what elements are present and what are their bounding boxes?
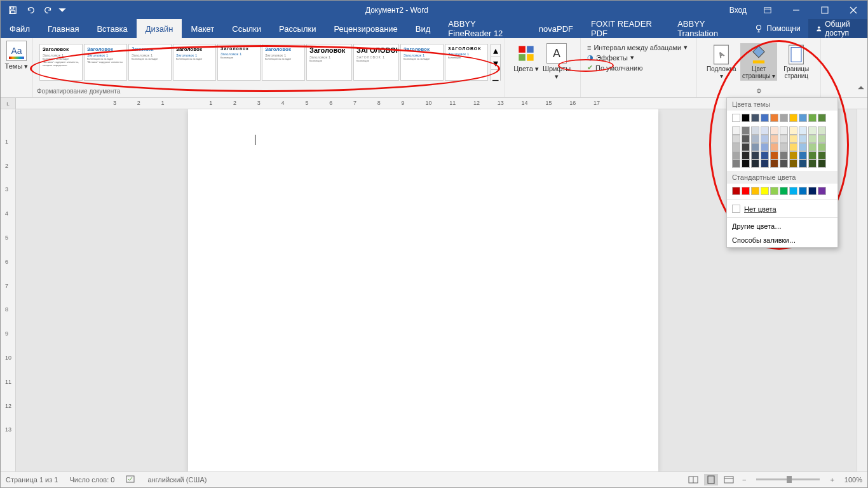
color-swatch[interactable] — [742, 126, 750, 135]
color-swatch[interactable] — [732, 187, 740, 195]
style-set-item[interactable]: ЗаголовокЗаголовок 1Коллекция на вкладке — [262, 44, 305, 81]
color-swatch[interactable] — [761, 135, 769, 143]
effects-button[interactable]: ◑Эффекты ▾ — [587, 53, 688, 62]
tab-selector[interactable]: L — [1, 98, 16, 109]
fill-effects-item[interactable]: Способы заливки… — [727, 233, 837, 247]
color-swatch[interactable] — [799, 114, 807, 122]
color-swatch[interactable] — [742, 151, 750, 159]
style-set-gallery[interactable]: ЗаголовокЗаголовок 1Коллекция на вкладке… — [37, 41, 491, 81]
color-swatch[interactable] — [780, 187, 788, 195]
color-swatch[interactable] — [761, 126, 769, 135]
watermark-button[interactable]: A Подложка▾ — [703, 43, 739, 81]
ribbon-display-options[interactable] — [753, 1, 782, 19]
color-swatch[interactable] — [808, 143, 817, 151]
collapse-ribbon-button[interactable] — [857, 83, 865, 95]
style-set-item[interactable]: ЗАГОЛОВОКЗаголовок 1Коллекция — [445, 44, 488, 81]
color-swatch[interactable] — [799, 135, 807, 143]
style-set-item[interactable]: ЗаголовокЗаголовок 1Коллекция на вкладке — [173, 44, 216, 81]
color-swatch[interactable] — [742, 114, 750, 122]
style-set-item[interactable]: ЗаголовокЗаголовок 1Коллекция на вкладке — [128, 44, 172, 81]
color-swatch[interactable] — [770, 187, 778, 195]
color-swatch[interactable] — [770, 135, 778, 143]
color-swatch[interactable] — [818, 187, 826, 195]
qat-customize[interactable] — [58, 3, 67, 18]
style-set-item[interactable]: ЗаголовокЗаголовок 1Коллекция — [217, 44, 261, 81]
document-page[interactable] — [188, 109, 658, 471]
close-button[interactable] — [839, 1, 867, 19]
color-swatch[interactable] — [761, 159, 769, 168]
color-swatch[interactable] — [761, 114, 769, 122]
style-set-item[interactable]: ЗаголовокЗаголовок 1Коллекция на вкладке… — [84, 44, 127, 81]
color-swatch[interactable] — [751, 143, 759, 151]
color-swatch[interactable] — [761, 143, 769, 151]
color-swatch[interactable] — [818, 126, 826, 135]
color-swatch[interactable] — [789, 135, 797, 143]
zoom-out-button[interactable]: − — [740, 476, 749, 484]
tab-foxit[interactable]: FOXIT READER PDF — [582, 19, 668, 38]
color-swatch[interactable] — [732, 159, 740, 168]
color-swatch[interactable] — [818, 135, 826, 143]
color-swatch[interactable] — [732, 114, 740, 122]
tab-references[interactable]: Ссылки — [223, 19, 270, 38]
color-swatch[interactable] — [751, 114, 759, 122]
zoom-slider[interactable] — [756, 478, 820, 480]
color-swatch[interactable] — [751, 135, 759, 143]
color-swatch[interactable] — [799, 159, 807, 168]
tab-novapdf[interactable]: novaPDF — [530, 19, 582, 38]
style-set-item[interactable]: ЗАГОЛОВОКЗАГОЛОВОК 1Коллекция — [353, 44, 399, 81]
color-swatch[interactable] — [780, 151, 788, 159]
color-swatch[interactable] — [799, 126, 807, 135]
style-set-item[interactable]: ЗаголовокЗаголовок 1Коллекция — [306, 44, 352, 81]
color-swatch[interactable] — [789, 159, 797, 168]
themes-button[interactable]: Aa Темы ▾ — [4, 41, 29, 71]
color-swatch[interactable] — [732, 135, 740, 143]
color-swatch[interactable] — [799, 143, 807, 151]
color-swatch[interactable] — [761, 151, 769, 159]
color-swatch[interactable] — [761, 187, 769, 195]
color-swatch[interactable] — [780, 159, 788, 168]
color-swatch[interactable] — [808, 159, 817, 168]
color-swatch[interactable] — [789, 114, 797, 122]
color-swatch[interactable] — [742, 143, 750, 151]
color-swatch[interactable] — [770, 159, 778, 168]
login-button[interactable]: Вход — [723, 6, 753, 15]
tab-view[interactable]: Вид — [407, 19, 440, 38]
share-button[interactable]: Общий доступ — [808, 19, 867, 38]
style-set-item[interactable]: ЗаголовокЗаголовок 1Коллекция на вкладке… — [39, 44, 83, 81]
color-swatch[interactable] — [799, 187, 807, 195]
tell-me[interactable]: Помощни — [747, 19, 808, 38]
color-swatch[interactable] — [818, 159, 826, 168]
color-swatch[interactable] — [808, 151, 817, 159]
color-swatch[interactable] — [818, 151, 826, 159]
print-layout-button[interactable] — [704, 474, 718, 485]
color-swatch[interactable] — [751, 187, 759, 195]
more-colors-item[interactable]: Другие цвета… — [727, 219, 837, 233]
paragraph-spacing-button[interactable]: ≡Интервал между абзацами ▾ — [587, 43, 688, 51]
set-default-button[interactable]: ✔По умолчанию — [587, 64, 688, 72]
color-swatch[interactable] — [780, 135, 788, 143]
web-layout-button[interactable] — [722, 474, 736, 485]
tab-abbyy-fr[interactable]: ABBYY FineReader 12 — [439, 19, 529, 38]
tab-mailings[interactable]: Рассылки — [270, 19, 325, 38]
color-swatch[interactable] — [818, 114, 826, 122]
colors-button[interactable]: Цвета ▾ — [513, 43, 539, 80]
tab-abbyy-tr[interactable]: ABBYY Translation — [668, 19, 747, 38]
color-swatch[interactable] — [732, 151, 740, 159]
color-swatch[interactable] — [770, 143, 778, 151]
redo-button[interactable] — [40, 3, 57, 18]
color-swatch[interactable] — [770, 151, 778, 159]
zoom-level[interactable]: 100% — [841, 476, 862, 484]
color-swatch[interactable] — [742, 187, 750, 195]
tab-insert[interactable]: Вставка — [88, 19, 136, 38]
gallery-up-button[interactable]: ▴ — [491, 44, 500, 57]
vertical-ruler[interactable]: 12345678910111213 — [1, 109, 16, 471]
color-swatch[interactable] — [808, 114, 817, 122]
color-swatch[interactable] — [770, 114, 778, 122]
color-swatch[interactable] — [751, 126, 759, 135]
minimize-button[interactable] — [782, 1, 810, 19]
undo-button[interactable] — [22, 3, 39, 18]
color-swatch[interactable] — [808, 187, 817, 195]
color-swatch[interactable] — [789, 151, 797, 159]
color-swatch[interactable] — [780, 114, 788, 122]
tab-file[interactable]: Файл — [1, 19, 39, 38]
